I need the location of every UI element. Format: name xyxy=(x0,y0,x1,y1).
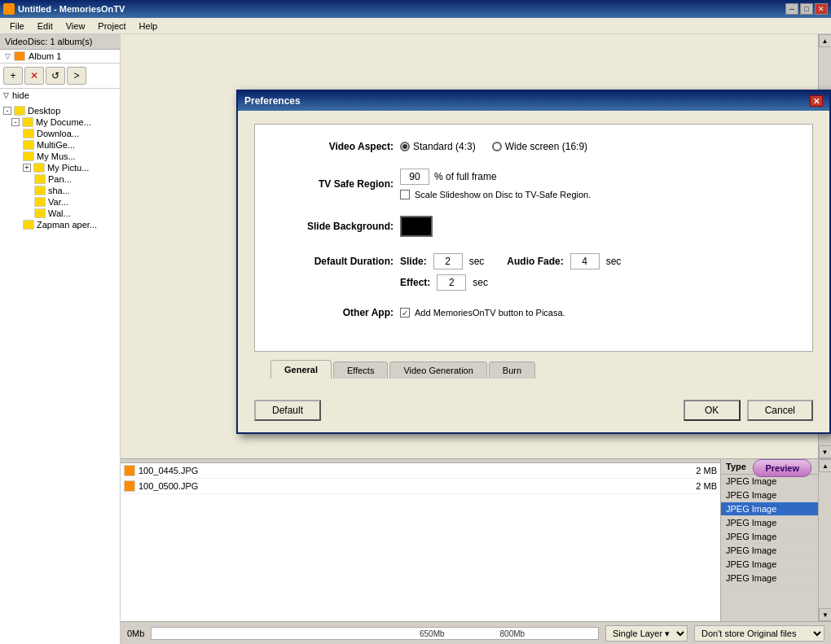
folder-icon xyxy=(14,106,25,116)
video-aspect-options: Standard (4:3) Wide screen (16:9) xyxy=(400,141,587,152)
tv-safe-value-row: % of full frame xyxy=(400,169,591,185)
widescreen-option[interactable]: Wide screen (16:9) xyxy=(492,141,587,152)
remove-button[interactable]: ✕ xyxy=(24,67,44,85)
menu-view[interactable]: View xyxy=(59,20,92,33)
dialog-close-button[interactable]: ✕ xyxy=(810,95,823,107)
widescreen-radio[interactable] xyxy=(492,142,502,151)
other-app-checkbox-label: Add MemoriesOnTV button to Picasa. xyxy=(415,308,565,318)
dialog-title-bar: Preferences ✕ xyxy=(238,91,829,111)
slide-duration-input[interactable] xyxy=(433,253,463,269)
effect-label: Effect: xyxy=(400,277,430,288)
standard-option[interactable]: Standard (4:3) xyxy=(400,141,476,152)
tree-panorama[interactable]: Pan... xyxy=(0,173,120,185)
dialog-overlay: Preferences ✕ Video Aspect: Standard (4:… xyxy=(121,34,831,644)
tv-safe-label: TV Safe Region: xyxy=(279,178,394,190)
tree-multiget[interactable]: MultiGe... xyxy=(0,139,120,151)
effect-duration-input[interactable] xyxy=(437,274,466,291)
tab-video-generation[interactable]: Video Generation xyxy=(389,361,486,379)
dialog-content: Video Aspect: Standard (4:3) Wide screen… xyxy=(238,111,829,392)
video-aspect-label: Video Aspect: xyxy=(279,141,394,152)
dialog-tabs: General Effects Video Generation Burn xyxy=(270,360,797,379)
left-panel: VideoDisc: 1 album(s) ▽ Album 1 + ✕ ↺ > … xyxy=(0,34,121,644)
window-close-button[interactable]: ✕ xyxy=(815,3,828,15)
videodisc-header: VideoDisc: 1 album(s) xyxy=(0,34,120,50)
add-button[interactable]: + xyxy=(3,67,23,85)
duration-group: Slide: sec Audio Fade: sec xyxy=(400,253,621,269)
folder-icon xyxy=(34,208,46,218)
tv-safe-suffix: % of full frame xyxy=(434,171,497,182)
slide-background-row: Slide Background: xyxy=(279,216,788,237)
title-bar: Untitled - MemoriesOnTV ─ □ ✕ xyxy=(0,0,831,18)
slide-label: Slide: xyxy=(400,256,427,267)
folder-icon xyxy=(23,151,34,161)
tab-effects[interactable]: Effects xyxy=(333,361,388,379)
tree-downloads[interactable]: Downloa... xyxy=(0,128,120,139)
folder-icon xyxy=(23,129,34,138)
menu-file[interactable]: File xyxy=(3,20,31,33)
folder-icon xyxy=(23,140,34,150)
scale-label: Scale Slideshow on Disc to TV-Safe Regio… xyxy=(415,190,591,199)
scale-checkbox[interactable] xyxy=(400,190,410,199)
scale-checkbox-row: Scale Slideshow on Disc to TV-Safe Regio… xyxy=(400,190,591,199)
right-area: ▲ ▼ 100_0445.JPG 2 MB 100_0500.JPG xyxy=(121,34,831,644)
standard-label: Standard (4:3) xyxy=(413,141,476,152)
other-app-row: Other App: ✓ Add MemoriesOnTV button to … xyxy=(279,307,788,318)
menu-edit[interactable]: Edit xyxy=(31,20,59,33)
menu-help[interactable]: Help xyxy=(133,20,165,33)
tree-my-pictures[interactable]: + My Pictu... xyxy=(0,162,120,173)
window-title: Untitled - MemoriesOnTV xyxy=(18,4,125,14)
other-app-checkbox-row: ✓ Add MemoriesOnTV button to Picasa. xyxy=(400,308,565,318)
background-color-swatch[interactable] xyxy=(400,216,433,237)
more-button[interactable]: > xyxy=(67,67,86,85)
standard-radio[interactable] xyxy=(400,142,410,151)
tab-general[interactable]: General xyxy=(270,360,332,379)
tree-various[interactable]: Var... xyxy=(0,196,120,208)
cancel-button[interactable]: Cancel xyxy=(747,400,813,421)
ok-button[interactable]: OK xyxy=(684,400,741,421)
toolbar: + ✕ ↺ > xyxy=(0,63,120,89)
dialog-title: Preferences xyxy=(244,95,301,107)
tree-my-documents[interactable]: - My Docume... xyxy=(0,116,120,128)
video-aspect-row: Video Aspect: Standard (4:3) Wide screen… xyxy=(279,141,788,152)
album-folder-icon xyxy=(14,51,25,61)
title-bar-left: Untitled - MemoriesOnTV xyxy=(3,3,125,15)
tree-shared[interactable]: sha... xyxy=(0,185,120,196)
default-button[interactable]: Default xyxy=(254,400,321,421)
expand-icon[interactable]: + xyxy=(23,164,31,172)
tree-zapman[interactable]: Zapman aper... xyxy=(0,219,120,230)
widescreen-label: Wide screen (16:9) xyxy=(505,141,587,152)
tree-desktop[interactable]: - Desktop xyxy=(0,105,120,116)
menu-project[interactable]: Project xyxy=(91,20,132,33)
tv-safe-input[interactable] xyxy=(400,169,429,185)
audio-fade-input[interactable] xyxy=(570,253,600,269)
album-item[interactable]: ▽ Album 1 xyxy=(0,50,120,63)
menu-bar: File Edit View Project Help xyxy=(0,18,831,34)
preferences-box: Video Aspect: Standard (4:3) Wide screen… xyxy=(254,124,813,352)
tab-burn[interactable]: Burn xyxy=(489,361,535,379)
tv-safe-row: TV Safe Region: % of full frame Scale Sl… xyxy=(279,169,788,199)
refresh-button[interactable]: ↺ xyxy=(46,67,65,85)
album-label: Album 1 xyxy=(29,51,61,61)
other-app-label: Other App: xyxy=(279,307,394,318)
effect-unit: sec xyxy=(473,277,488,288)
tv-safe-group: % of full frame Scale Slideshow on Disc … xyxy=(400,169,591,199)
file-tree: - Desktop - My Docume... Downloa... Mult… xyxy=(0,102,120,644)
tree-my-music[interactable]: My Mus... xyxy=(0,151,120,162)
maximize-button[interactable]: □ xyxy=(800,3,813,15)
minimize-button[interactable]: ─ xyxy=(785,3,798,15)
app-icon xyxy=(3,3,15,15)
audio-fade-label: Audio Fade: xyxy=(507,256,563,267)
preferences-dialog: Preferences ✕ Video Aspect: Standard (4:… xyxy=(236,90,831,434)
audio-fade-unit: sec xyxy=(606,256,622,267)
tree-wallpapers[interactable]: Wal... xyxy=(0,208,120,219)
default-duration-row: Default Duration: Slide: sec Audio Fade:… xyxy=(279,253,788,291)
folder-icon xyxy=(22,117,33,127)
folder-icon xyxy=(34,174,46,184)
expand-icon[interactable]: - xyxy=(3,107,11,115)
expand-icon[interactable]: - xyxy=(11,118,20,126)
folder-icon xyxy=(34,186,46,195)
folder-icon xyxy=(23,220,34,230)
main-layout: VideoDisc: 1 album(s) ▽ Album 1 + ✕ ↺ > … xyxy=(0,34,831,644)
other-app-checkbox[interactable]: ✓ xyxy=(400,308,410,318)
folder-icon xyxy=(33,163,45,173)
